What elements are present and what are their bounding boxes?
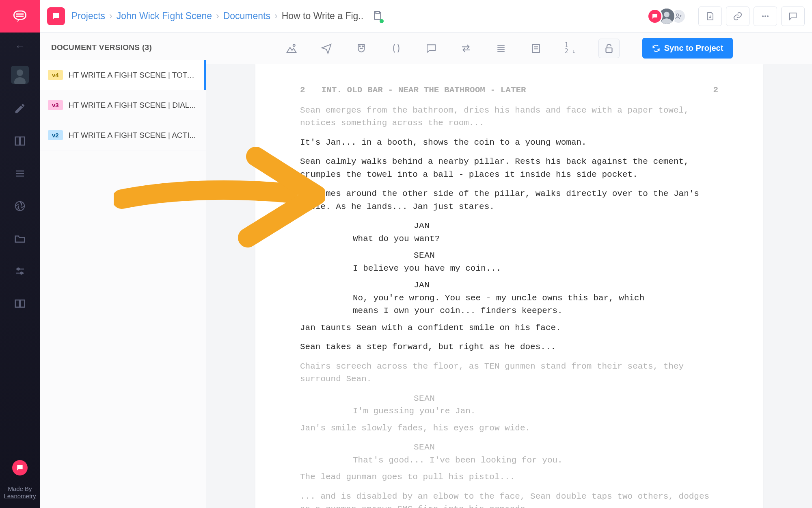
version-chip: v4 [48,70,63,80]
breadcrumb-projects[interactable]: Projects [71,11,105,22]
collaborator-presence[interactable] [647,7,686,25]
svg-point-11 [15,202,25,211]
editor-toolbar: 12 ↓ Sync to Project [206,33,812,64]
action-line: ... and is disabled by an elbow to the f… [300,490,718,508]
svg-point-15 [20,272,22,274]
project-icon[interactable] [47,7,65,25]
scene-number-left: 2 [300,84,305,97]
version-chip: v2 [48,130,63,140]
sliders-icon[interactable] [14,265,26,279]
svg-point-26 [293,44,295,46]
character-cue: SEAN [300,441,718,454]
export-pdf-button[interactable] [698,7,722,26]
version-item[interactable]: v2 HT WRITE A FIGHT SCENE | ACTI... [40,120,206,150]
sync-to-project-button[interactable]: Sync to Project [642,38,733,59]
action-line: The lead gunman goes to pull his pistol.… [300,471,718,484]
svg-point-27 [359,46,361,47]
version-name: HT WRITE A FIGHT SCENE | TOTAL [69,71,196,80]
version-item[interactable]: v4 HT WRITE A FIGHT SCENE | TOTAL [40,60,206,90]
credit-label: Made By [0,485,40,493]
editor-area: 12 ↓ Sync to Project 2 INT. OLD BAR - NE… [206,33,812,508]
action-line: Jan's smile slowly fades, his eyes grow … [300,422,718,435]
numbering-icon[interactable]: 12 ↓ [565,42,576,54]
script-page[interactable]: 2 INT. OLD BAR - NEAR THE BATHROOM - LAT… [255,64,763,508]
back-arrow-icon[interactable]: ← [15,41,25,52]
character-cue: JAN [300,279,718,292]
sync-button-label: Sync to Project [664,43,723,53]
versions-header: DOCUMENT VERSIONS (3) [40,33,206,60]
action-line: Chairs screech across the floor, as TEN … [300,360,718,386]
version-item[interactable]: v3 HT WRITE A FIGHT SCENE | DIAL... [40,90,206,120]
action-icon[interactable] [320,42,333,54]
breadcrumb-documents[interactable]: Documents [223,11,270,22]
breadcrumb: Projects › John Wick Fight Scene › Docum… [71,11,363,22]
sides-icon[interactable] [14,135,26,149]
svg-point-23 [762,15,764,17]
versions-sidebar: DOCUMENT VERSIONS (3) v4 HT WRITE A FIGH… [40,33,206,508]
svg-point-20 [676,14,679,16]
lock-icon[interactable] [598,39,620,58]
dialogue-icon[interactable] [425,42,437,54]
svg-point-28 [362,46,363,47]
page-scroll[interactable]: 2 INT. OLD BAR - NEAR THE BATHROOM - LAT… [206,64,812,508]
notes-icon[interactable] [530,42,542,54]
svg-point-24 [764,15,766,17]
transition-icon[interactable] [460,42,472,54]
folder-icon[interactable] [14,232,26,246]
breadcrumb-current: How to Write a Fig.. [282,11,364,22]
user-avatar[interactable] [11,66,29,84]
book-icon[interactable] [14,297,26,311]
character-cue: SEAN [300,249,718,262]
action-line: Sean calmly walks behind a nearby pillar… [300,155,718,181]
save-status-icon[interactable] [372,10,383,22]
character-cue: JAN [300,219,718,232]
action-line: Jan taunts Sean with a confident smile o… [300,321,718,334]
action-line: Sean takes a step forward, but right as … [300,341,718,354]
dialogue-line: I'm guessing you're Jan. [300,405,718,418]
svg-point-25 [767,15,769,17]
svg-rect-36 [606,48,612,52]
link-button[interactable] [726,7,749,26]
left-nav-rail: ← Made By Leanometry [0,0,40,508]
version-name: HT WRITE A FIGHT SCENE | ACTI... [69,131,196,140]
svg-point-4 [17,69,23,76]
edit-icon[interactable] [14,102,26,116]
list-icon[interactable] [14,167,26,181]
scene-number-right: 2 [713,84,718,97]
help-chat-button[interactable] [12,460,28,475]
svg-rect-33 [532,44,540,52]
breadcrumb-project[interactable]: John Wick Fight Scene [117,11,212,22]
scene-heading-icon[interactable] [285,42,298,54]
chevron-right-icon: › [274,11,278,22]
dialogue-line: That's good... I've been looking for you… [300,454,718,467]
aperture-icon[interactable] [14,200,26,214]
svg-rect-16 [376,11,380,13]
parenthetical-icon[interactable] [390,42,402,54]
chevron-right-icon: › [216,11,219,22]
action-line: He comes around the other side of the pi… [300,187,718,213]
slugline: INT. OLD BAR - NEAR THE BATHROOM - LATER [305,84,713,97]
chevron-right-icon: › [109,11,112,22]
dialogue-line: I believe you have my coin... [300,262,718,275]
character-icon[interactable] [355,42,367,54]
action-line: Sean emerges from the bathroom, dries hi… [300,104,718,130]
top-bar: Projects › John Wick Fight Scene › Docum… [40,0,812,33]
character-cue: SEAN [300,392,718,405]
svg-rect-7 [20,137,24,145]
svg-rect-0 [14,11,26,19]
version-chip: v3 [48,100,63,110]
presence-badge-icon [647,9,663,24]
version-name: HT WRITE A FIGHT SCENE | DIAL... [69,101,196,110]
svg-point-13 [17,268,19,270]
app-logo[interactable] [0,0,40,33]
credit-name[interactable]: Leanometry [0,493,40,500]
dialogue-line: No, you're wrong. You see - my uncle own… [300,292,718,317]
align-icon[interactable] [495,42,507,54]
dialogue-line: What do you want? [300,232,718,245]
svg-point-18 [664,11,669,17]
more-options-button[interactable] [754,7,777,26]
action-line: It's Jan... in a booth, shows the coin t… [300,136,718,149]
comments-button[interactable] [781,7,805,26]
svg-rect-6 [15,137,19,145]
